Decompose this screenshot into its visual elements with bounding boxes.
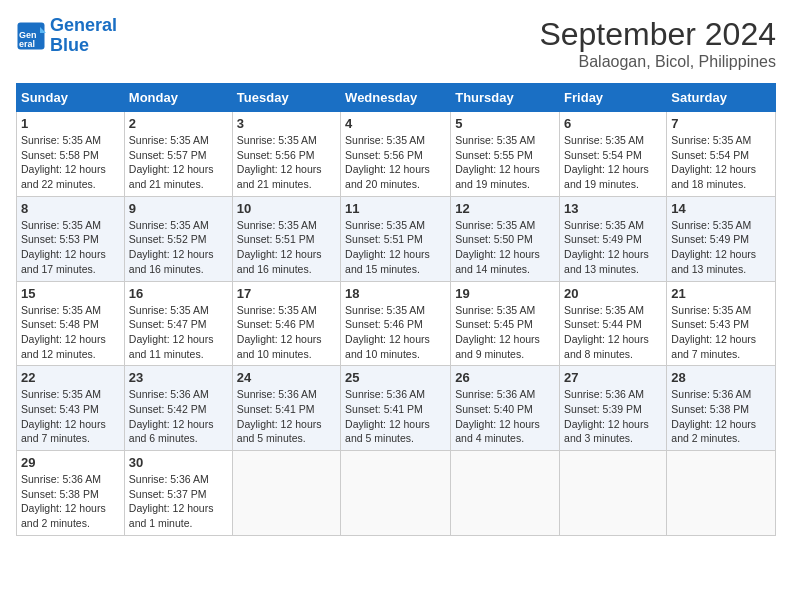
- day-info: Sunrise: 5:35 AMSunset: 5:51 PMDaylight:…: [237, 218, 336, 277]
- day-number: 18: [345, 286, 446, 301]
- logo-icon: Gen eral: [16, 21, 46, 51]
- day-number: 3: [237, 116, 336, 131]
- header-sunday: Sunday: [17, 84, 125, 112]
- day-info: Sunrise: 5:35 AMSunset: 5:43 PMDaylight:…: [21, 387, 120, 446]
- header-saturday: Saturday: [667, 84, 776, 112]
- calendar-cell: 28 Sunrise: 5:36 AMSunset: 5:38 PMDaylig…: [667, 366, 776, 451]
- location-title: Balaogan, Bicol, Philippines: [539, 53, 776, 71]
- day-number: 22: [21, 370, 120, 385]
- calendar-cell: 3 Sunrise: 5:35 AMSunset: 5:56 PMDayligh…: [232, 112, 340, 197]
- day-info: Sunrise: 5:35 AMSunset: 5:50 PMDaylight:…: [455, 218, 555, 277]
- day-info: Sunrise: 5:36 AMSunset: 5:41 PMDaylight:…: [345, 387, 446, 446]
- header-friday: Friday: [560, 84, 667, 112]
- day-info: Sunrise: 5:35 AMSunset: 5:46 PMDaylight:…: [345, 303, 446, 362]
- day-number: 19: [455, 286, 555, 301]
- day-number: 9: [129, 201, 228, 216]
- day-info: Sunrise: 5:35 AMSunset: 5:56 PMDaylight:…: [237, 133, 336, 192]
- calendar-cell: [451, 451, 560, 536]
- calendar-cell: 1 Sunrise: 5:35 AMSunset: 5:58 PMDayligh…: [17, 112, 125, 197]
- calendar-cell: 22 Sunrise: 5:35 AMSunset: 5:43 PMDaylig…: [17, 366, 125, 451]
- calendar-cell: [667, 451, 776, 536]
- day-number: 28: [671, 370, 771, 385]
- calendar-cell: [341, 451, 451, 536]
- day-info: Sunrise: 5:36 AMSunset: 5:40 PMDaylight:…: [455, 387, 555, 446]
- day-info: Sunrise: 5:35 AMSunset: 5:55 PMDaylight:…: [455, 133, 555, 192]
- logo: Gen eral General Blue: [16, 16, 117, 56]
- calendar-cell: 2 Sunrise: 5:35 AMSunset: 5:57 PMDayligh…: [124, 112, 232, 197]
- calendar-cell: 21 Sunrise: 5:35 AMSunset: 5:43 PMDaylig…: [667, 281, 776, 366]
- day-number: 17: [237, 286, 336, 301]
- day-number: 24: [237, 370, 336, 385]
- day-info: Sunrise: 5:36 AMSunset: 5:38 PMDaylight:…: [21, 472, 120, 531]
- title-block: September 2024 Balaogan, Bicol, Philippi…: [539, 16, 776, 71]
- calendar-cell: 23 Sunrise: 5:36 AMSunset: 5:42 PMDaylig…: [124, 366, 232, 451]
- day-number: 27: [564, 370, 662, 385]
- calendar-week-row: 22 Sunrise: 5:35 AMSunset: 5:43 PMDaylig…: [17, 366, 776, 451]
- calendar-cell: 26 Sunrise: 5:36 AMSunset: 5:40 PMDaylig…: [451, 366, 560, 451]
- day-info: Sunrise: 5:35 AMSunset: 5:44 PMDaylight:…: [564, 303, 662, 362]
- day-number: 20: [564, 286, 662, 301]
- calendar-cell: 16 Sunrise: 5:35 AMSunset: 5:47 PMDaylig…: [124, 281, 232, 366]
- calendar-header-row: SundayMondayTuesdayWednesdayThursdayFrid…: [17, 84, 776, 112]
- day-number: 11: [345, 201, 446, 216]
- calendar-cell: 24 Sunrise: 5:36 AMSunset: 5:41 PMDaylig…: [232, 366, 340, 451]
- calendar-cell: 5 Sunrise: 5:35 AMSunset: 5:55 PMDayligh…: [451, 112, 560, 197]
- day-info: Sunrise: 5:35 AMSunset: 5:57 PMDaylight:…: [129, 133, 228, 192]
- svg-text:eral: eral: [19, 38, 35, 48]
- header-wednesday: Wednesday: [341, 84, 451, 112]
- day-info: Sunrise: 5:35 AMSunset: 5:43 PMDaylight:…: [671, 303, 771, 362]
- calendar-cell: 29 Sunrise: 5:36 AMSunset: 5:38 PMDaylig…: [17, 451, 125, 536]
- calendar-cell: 9 Sunrise: 5:35 AMSunset: 5:52 PMDayligh…: [124, 196, 232, 281]
- day-info: Sunrise: 5:35 AMSunset: 5:54 PMDaylight:…: [671, 133, 771, 192]
- day-number: 13: [564, 201, 662, 216]
- calendar-cell: 11 Sunrise: 5:35 AMSunset: 5:51 PMDaylig…: [341, 196, 451, 281]
- calendar-cell: 27 Sunrise: 5:36 AMSunset: 5:39 PMDaylig…: [560, 366, 667, 451]
- day-info: Sunrise: 5:35 AMSunset: 5:49 PMDaylight:…: [671, 218, 771, 277]
- calendar-cell: 15 Sunrise: 5:35 AMSunset: 5:48 PMDaylig…: [17, 281, 125, 366]
- day-info: Sunrise: 5:35 AMSunset: 5:52 PMDaylight:…: [129, 218, 228, 277]
- day-info: Sunrise: 5:36 AMSunset: 5:38 PMDaylight:…: [671, 387, 771, 446]
- day-number: 1: [21, 116, 120, 131]
- day-info: Sunrise: 5:36 AMSunset: 5:42 PMDaylight:…: [129, 387, 228, 446]
- day-number: 12: [455, 201, 555, 216]
- day-number: 26: [455, 370, 555, 385]
- day-number: 23: [129, 370, 228, 385]
- day-info: Sunrise: 5:35 AMSunset: 5:47 PMDaylight:…: [129, 303, 228, 362]
- calendar-cell: 30 Sunrise: 5:36 AMSunset: 5:37 PMDaylig…: [124, 451, 232, 536]
- day-number: 8: [21, 201, 120, 216]
- day-info: Sunrise: 5:35 AMSunset: 5:49 PMDaylight:…: [564, 218, 662, 277]
- day-number: 25: [345, 370, 446, 385]
- calendar-cell: 18 Sunrise: 5:35 AMSunset: 5:46 PMDaylig…: [341, 281, 451, 366]
- calendar-week-row: 29 Sunrise: 5:36 AMSunset: 5:38 PMDaylig…: [17, 451, 776, 536]
- calendar-cell: 8 Sunrise: 5:35 AMSunset: 5:53 PMDayligh…: [17, 196, 125, 281]
- day-info: Sunrise: 5:35 AMSunset: 5:58 PMDaylight:…: [21, 133, 120, 192]
- day-number: 4: [345, 116, 446, 131]
- page-header: Gen eral General Blue September 2024 Bal…: [16, 16, 776, 71]
- calendar-table: SundayMondayTuesdayWednesdayThursdayFrid…: [16, 83, 776, 536]
- day-number: 10: [237, 201, 336, 216]
- calendar-cell: 4 Sunrise: 5:35 AMSunset: 5:56 PMDayligh…: [341, 112, 451, 197]
- day-number: 21: [671, 286, 771, 301]
- day-info: Sunrise: 5:35 AMSunset: 5:54 PMDaylight:…: [564, 133, 662, 192]
- calendar-cell: [560, 451, 667, 536]
- day-number: 30: [129, 455, 228, 470]
- calendar-week-row: 8 Sunrise: 5:35 AMSunset: 5:53 PMDayligh…: [17, 196, 776, 281]
- calendar-cell: 14 Sunrise: 5:35 AMSunset: 5:49 PMDaylig…: [667, 196, 776, 281]
- day-number: 5: [455, 116, 555, 131]
- calendar-cell: 7 Sunrise: 5:35 AMSunset: 5:54 PMDayligh…: [667, 112, 776, 197]
- header-tuesday: Tuesday: [232, 84, 340, 112]
- day-info: Sunrise: 5:35 AMSunset: 5:46 PMDaylight:…: [237, 303, 336, 362]
- day-number: 7: [671, 116, 771, 131]
- day-info: Sunrise: 5:36 AMSunset: 5:39 PMDaylight:…: [564, 387, 662, 446]
- day-number: 16: [129, 286, 228, 301]
- day-info: Sunrise: 5:35 AMSunset: 5:45 PMDaylight:…: [455, 303, 555, 362]
- day-number: 15: [21, 286, 120, 301]
- day-info: Sunrise: 5:35 AMSunset: 5:51 PMDaylight:…: [345, 218, 446, 277]
- calendar-cell: 12 Sunrise: 5:35 AMSunset: 5:50 PMDaylig…: [451, 196, 560, 281]
- calendar-cell: 17 Sunrise: 5:35 AMSunset: 5:46 PMDaylig…: [232, 281, 340, 366]
- day-info: Sunrise: 5:35 AMSunset: 5:53 PMDaylight:…: [21, 218, 120, 277]
- calendar-week-row: 15 Sunrise: 5:35 AMSunset: 5:48 PMDaylig…: [17, 281, 776, 366]
- day-number: 6: [564, 116, 662, 131]
- day-info: Sunrise: 5:36 AMSunset: 5:41 PMDaylight:…: [237, 387, 336, 446]
- calendar-week-row: 1 Sunrise: 5:35 AMSunset: 5:58 PMDayligh…: [17, 112, 776, 197]
